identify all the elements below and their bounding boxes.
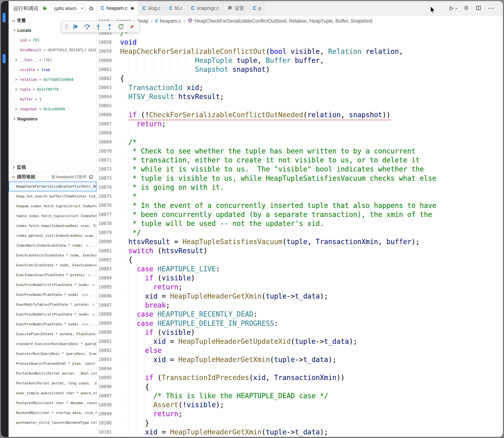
frame-label: ExecProcNode(PlanState * node) <box>16 322 78 326</box>
variable-row[interactable]: htsvResult = HEAPTUPLE_RECENTLY_DEAD <box>9 45 96 55</box>
callstack-frame[interactable]: IndexNext(IndexScanState * node)n... <box>9 241 96 250</box>
tab-p[interactable]: Cp <box>249 1 265 15</box>
code-editor[interactable]: 10043/*10058void10059HeapCheckForSeriali… <box>97 26 503 437</box>
frame-label: heapam_index_fetch_tuple(struct IndexFet <box>16 204 96 208</box>
variables-pane: 变量 Localsxid = 793htsvResult = HEAPTUPLE… <box>9 16 96 162</box>
code-text <box>117 364 145 373</box>
callstack-frame[interactable]: ExecProcNode(PlanState * node)exe... <box>9 290 96 300</box>
code-text: xid = HeapTupleHeaderGetXmin(tuple->t_da… <box>117 427 328 437</box>
breadcrumb-item[interactable]: Cheapam.c <box>155 18 181 24</box>
callstack-frame[interactable]: ExecProcNodeFirst(PlanState * node)e... <box>9 309 96 319</box>
restart-button[interactable] <box>116 22 126 31</box>
variable-row[interactable]: __func__ = [36] <box>9 55 96 65</box>
callstack-frame[interactable]: ExecScan(ScanState * node, ExecScanAcces <box>9 260 96 270</box>
variable-row[interactable]: xid = 793 <box>9 35 96 45</box>
code-line: 10068 <box>97 128 503 137</box>
line-number: 10061 <box>97 67 117 72</box>
callstack-frame[interactable]: exec_simple_query(const char * query_str <box>9 388 96 398</box>
callstack-frame[interactable]: PostgresMain(const char * dbname, const <box>9 398 96 408</box>
code-text: HeapCheckForSerializableConflictOut(bool… <box>117 47 403 56</box>
callstack-frame[interactable]: PortalRunMulti(Portal portal, _Bool isTo <box>9 369 96 378</box>
code-text: * tuple will be used -- not the updater'… <box>117 219 324 228</box>
indent-guides <box>120 410 153 418</box>
variable-row[interactable]: snapshot = 0x1ce4b940 <box>9 104 96 114</box>
breadcrumb-item[interactable]: HeapCheckForSerializableConflictOut(bool… <box>188 18 372 24</box>
tab-label: 设置 <box>235 5 244 11</box>
variable-scope-row[interactable]: Registers <box>9 114 96 124</box>
callstack-frame[interactable]: standard_ExecutorRun(QueryDesc * queryDe <box>9 339 96 349</box>
callstack-frame[interactable]: postmaster_child_launch(BackendType chil <box>9 418 96 427</box>
indent-guides <box>120 210 128 219</box>
variable-row[interactable]: visible = true <box>9 65 96 75</box>
callstack-frame[interactable]: ExecScanFetch(ScanState * node, ExecScan <box>9 250 96 260</box>
code-line: 10059HeapCheckForSerializableConflictOut… <box>97 47 503 56</box>
variable-row[interactable]: relation = 0x7fddb51e08e8 <box>9 75 96 84</box>
line-number: 10076 <box>97 203 117 208</box>
indent-guides <box>120 401 153 409</box>
callstack-frame[interactable]: ProcessQuery(PlannedStmt * plan, const c <box>9 359 96 369</box>
start-debugging-button[interactable] <box>41 5 49 12</box>
code-line: 10076 * In the event of a concurrently i… <box>97 201 503 210</box>
disconnect-button[interactable] <box>127 22 137 31</box>
callstack-frame[interactable]: index_getnext_slot(IndexScanDesc scan, S <box>9 231 96 241</box>
callstack-frame[interactable]: ExecutorRun(QueryDesc * queryDesc, ScanD <box>9 349 96 359</box>
indent-guides <box>120 373 145 382</box>
code-line: 10100 } <box>97 418 503 427</box>
code-text: case HEAPTUPLE_DELETE_IN_PROGRESS: <box>117 319 278 328</box>
tab-设置[interactable]: 设置 <box>223 1 249 15</box>
run-file-button[interactable] <box>448 6 457 11</box>
code-line: 10064 HTSV_Result htsvResult; <box>97 92 503 101</box>
tab-heapam.c[interactable]: Cheapam.c <box>97 1 138 15</box>
code-line: 10099 return; <box>97 409 503 418</box>
step-over-button[interactable] <box>82 22 92 31</box>
callstack-frame[interactable]: PortalRun(Portal portal, long count, _Bo <box>9 378 96 388</box>
error-underline: if (!CheckForSerializableConflictOutNeed… <box>128 111 391 120</box>
variable-row[interactable]: buffer = 1 <box>9 94 96 104</box>
editor-scrollbar[interactable] <box>497 26 497 437</box>
callstack-frame[interactable]: heap_hot_search_buffer(ItemPointer tid, … <box>9 191 96 201</box>
debug-config-dropdown[interactable]: (gdb) attach <box>51 4 85 13</box>
step-over-icon <box>84 23 90 30</box>
callstack-frame[interactable]: ExecModifyTable(PlanState * pstate)n... <box>9 300 96 309</box>
line-number: 10058 <box>97 40 117 45</box>
indent-guides <box>120 247 128 255</box>
line-number: 10078 <box>97 221 117 226</box>
callstack-frame[interactable]: table_index_fetch_tuple(struct IndexFetc <box>9 211 96 221</box>
chevron-right-icon <box>11 166 15 169</box>
split-editor-icon[interactable] <box>476 5 481 11</box>
activity-bar[interactable] <box>1 1 9 437</box>
line-number: 10060 <box>97 58 117 63</box>
step-into-button[interactable] <box>93 22 103 31</box>
callstack-frame[interactable]: ExecProcNodeFirst(PlanState * node)e... <box>9 280 96 290</box>
variable-row[interactable]: tuple = 0x1cf097f8 <box>9 84 96 94</box>
callstack-frame[interactable]: HeapCheckForSerializableConflictOut(_Boo <box>9 182 96 191</box>
callstack-frame[interactable]: ExecutePlan(EState * estate, PlanState * <box>9 329 96 339</box>
callstack-frame[interactable]: ExecProcNode(PlanState * node)exe... <box>9 319 96 329</box>
watch-section-header[interactable]: 监视 <box>9 162 96 172</box>
callstack-frame[interactable]: BackendMain(char * startup_data, size_t <box>9 408 96 418</box>
continue-button[interactable] <box>70 22 81 31</box>
code-line: 10077 * been concurrently updated (by a … <box>97 210 503 219</box>
variable-name: xid <box>20 38 26 42</box>
code-line: 10084 if (visible) <box>97 274 503 283</box>
gear-icon[interactable] <box>464 5 469 11</box>
code-line: 10066 if (!CheckForSerializableConflictO… <box>97 110 503 119</box>
callstack-frame[interactable]: ExecIndexScan(PlanState * pstate)n... <box>9 270 96 280</box>
callstack-frame[interactable]: index_fetch_heap(IndexScanDesc scan, Tup <box>9 221 96 231</box>
step-out-button[interactable] <box>104 22 115 31</box>
callstack-section-header[interactable]: 调用堆栈 因 breakpoint 已暂停 <box>9 172 96 182</box>
editor-actions: ··· <box>444 1 503 15</box>
code-line: 10061 Snapshot snapshot) <box>97 65 503 74</box>
callstack-frame[interactable]: heapam_index_fetch_tuple(struct IndexFet <box>9 201 96 211</box>
code-text: TransactionId xid; <box>117 83 203 92</box>
frame-label: standard_ExecutorRun(QueryDesc * queryDe <box>16 342 96 346</box>
drag-handle[interactable] <box>63 22 69 31</box>
tab-fd.c[interactable]: Cfd.c <box>165 1 187 15</box>
tab-snapmgr.c[interactable]: Csnapmgr.c <box>187 1 223 15</box>
variable-value: 0x7fddb51e08e8 <box>44 77 74 82</box>
code-text: Snapshot snapshot) <box>117 65 270 74</box>
tab-xlog.c[interactable]: Cxlog.c <box>138 1 165 15</box>
more-actions-icon[interactable]: ··· <box>488 6 494 11</box>
open-stacktrace-icon[interactable] <box>88 175 93 179</box>
gear-icon[interactable] <box>88 5 95 12</box>
